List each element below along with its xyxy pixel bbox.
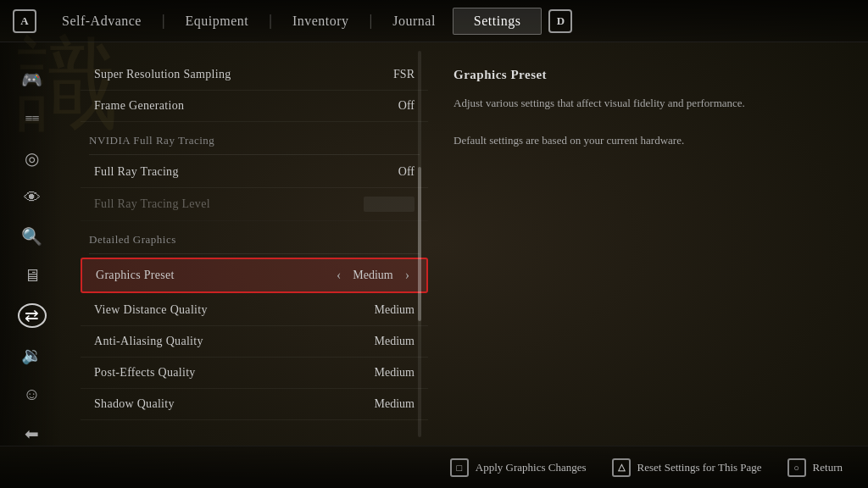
anti-aliasing-value: Medium [375, 335, 415, 348]
description-panel: Graphics Preset Adjust various settings … [428, 42, 868, 446]
divider-nvidia [89, 154, 420, 155]
bottom-bar: □ Apply Graphics Changes △ Reset Setting… [0, 446, 868, 488]
graphics-preset-left-arrow[interactable]: ‹ [333, 268, 344, 283]
main-content: Super Resolution Sampling FSR Frame Gene… [64, 42, 868, 446]
settings-row-frame-generation[interactable]: Frame Generation Off [81, 91, 428, 122]
return-btn-icon: ○ [787, 458, 806, 477]
return-label: Return [813, 461, 843, 474]
nvidia-section-header: NVIDIA Full Ray Tracing [81, 122, 428, 152]
nav-sep-2: | [265, 12, 275, 30]
settings-row-full-ray-tracing[interactable]: Full Ray Tracing Off [81, 157, 428, 188]
adjust-icon[interactable]: ⇄ [18, 303, 47, 328]
account-icon[interactable]: ⬅ [18, 422, 47, 446]
detailed-graphics-section-header: Detailed Graphics [81, 221, 428, 252]
post-effects-value: Medium [375, 366, 415, 380]
nav-item-journal[interactable]: Journal [376, 14, 453, 29]
nav-sep-1: | [159, 12, 169, 30]
shadow-quality-value: Medium [375, 397, 415, 411]
view-distance-label: View Distance Quality [94, 303, 208, 317]
controller-icon[interactable]: 🎮 [18, 68, 47, 92]
description-text: Adjust various settings that affect visu… [453, 94, 843, 150]
top-nav: A Self-Advance | Equipment | Inventory |… [0, 0, 868, 42]
nav-item-inventory[interactable]: Inventory [275, 14, 366, 29]
sliders-icon[interactable]: ≡≡ [18, 107, 47, 130]
graphics-preset-right-arrow[interactable]: › [402, 268, 413, 283]
super-resolution-value: FSR [393, 68, 415, 81]
reset-btn-icon: △ [612, 458, 631, 477]
settings-list: Super Resolution Sampling FSR Frame Gene… [81, 59, 428, 420]
nav-item-settings[interactable]: Settings [453, 8, 542, 35]
target-icon[interactable]: ◎ [18, 147, 47, 170]
anti-aliasing-label: Anti-Aliasing Quality [94, 335, 203, 348]
apply-btn-icon: □ [450, 458, 469, 477]
reset-settings-action[interactable]: △ Reset Settings for This Page [612, 458, 762, 477]
scroll-thumb[interactable] [418, 167, 421, 321]
settings-row-graphics-preset[interactable]: Graphics Preset ‹ Medium › [81, 258, 428, 293]
post-effects-label: Post-Effects Quality [94, 366, 196, 380]
description-title: Graphics Preset [453, 68, 843, 82]
settings-row-shadow-quality[interactable]: Shadow Quality Medium [81, 389, 428, 420]
settings-row-anti-aliasing[interactable]: Anti-Aliasing Quality Medium [81, 326, 428, 358]
nav-sep-3: | [366, 12, 376, 30]
graphics-preset-value: ‹ Medium › [333, 268, 413, 283]
graphics-preset-label: Graphics Preset [96, 269, 175, 282]
reset-label: Reset Settings for This Page [637, 461, 762, 474]
nav-btn-a[interactable]: A [13, 9, 36, 33]
divider-detailed [89, 253, 420, 254]
frame-generation-value: Off [398, 99, 415, 113]
full-ray-tracing-level-value [364, 197, 415, 212]
scroll-track [418, 51, 421, 437]
nav-item-self-advance[interactable]: Self-Advance [45, 14, 159, 29]
super-resolution-label: Super Resolution Sampling [94, 68, 231, 81]
shadow-quality-label: Shadow Quality [94, 397, 175, 411]
view-distance-value: Medium [375, 303, 415, 317]
monitor-icon[interactable]: 🖥 [18, 264, 47, 288]
settings-row-full-ray-tracing-level: Full Ray Tracing Level [81, 188, 428, 221]
settings-panel: Super Resolution Sampling FSR Frame Gene… [64, 42, 428, 446]
frame-generation-label: Frame Generation [94, 99, 184, 113]
apply-graphics-action[interactable]: □ Apply Graphics Changes [450, 458, 587, 477]
accessibility-icon[interactable]: ☺ [18, 382, 47, 406]
settings-row-post-effects[interactable]: Post-Effects Quality Medium [81, 358, 428, 389]
eye-icon[interactable]: 👁 [18, 186, 47, 209]
volume-icon[interactable]: 🔉 [18, 343, 47, 367]
nav-items: Self-Advance | Equipment | Inventory | J… [45, 8, 542, 35]
nav-btn-d[interactable]: D [548, 9, 572, 33]
settings-row-super-resolution[interactable]: Super Resolution Sampling FSR [81, 59, 428, 91]
return-action[interactable]: ○ Return [787, 458, 843, 477]
apply-label: Apply Graphics Changes [476, 461, 587, 474]
full-ray-tracing-value: Off [398, 165, 415, 179]
search-icon[interactable]: 🔍 [18, 225, 47, 248]
nav-item-equipment[interactable]: Equipment [169, 14, 266, 29]
full-ray-tracing-level-label: Full Ray Tracing Level [94, 197, 210, 211]
settings-row-view-distance[interactable]: View Distance Quality Medium [81, 295, 428, 326]
full-ray-tracing-label: Full Ray Tracing [94, 165, 179, 179]
sidebar: 🎮 ≡≡ ◎ 👁 🔍 🖥 ⇄ 🔉 ☺ ⬅ [0, 42, 64, 446]
